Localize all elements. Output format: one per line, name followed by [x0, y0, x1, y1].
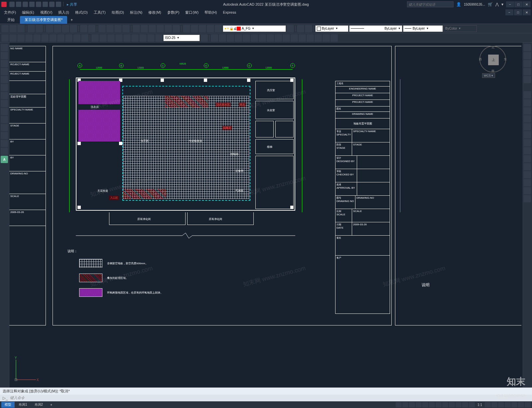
dim-radius-icon[interactable] [33, 34, 41, 42]
tab-add-button[interactable]: + [68, 16, 75, 24]
sb-osnap-icon[interactable] [429, 402, 435, 407]
dim-break-icon[interactable] [99, 34, 107, 42]
dim-angular-icon[interactable] [57, 34, 65, 42]
drawing-canvas[interactable]: NG NAME ROJECT-NAME ROJECT-NAME 花处理平面图 S… [9, 43, 523, 387]
lineweight-dropdown[interactable]: ByLayer▼ [403, 25, 443, 32]
mod-break-icon[interactable] [299, 34, 306, 42]
user-icon[interactable]: 👤 [456, 2, 461, 7]
cut-icon[interactable] [46, 25, 53, 32]
dim-update-icon[interactable] [155, 34, 163, 42]
mod-stretch2-icon[interactable] [524, 155, 531, 162]
nav-zoom-icon[interactable] [524, 60, 531, 67]
menu-file[interactable]: 文件(F) [1, 9, 19, 16]
mod-extend-icon[interactable] [291, 34, 298, 42]
mod-rotate-icon[interactable] [259, 34, 266, 42]
sheet-set-icon[interactable] [157, 25, 164, 32]
layer-freeze-icon[interactable] [207, 25, 214, 32]
tool-palette-icon[interactable] [149, 25, 156, 32]
sb-polar-icon[interactable] [422, 402, 428, 407]
mod-explode2-icon[interactable] [524, 195, 531, 202]
doc-restore-button[interactable]: □ [514, 9, 522, 15]
pan-icon[interactable] [98, 25, 106, 32]
model-tab[interactable]: 模型 [1, 402, 15, 408]
region-icon[interactable] [1, 140, 8, 147]
dim-aligned-icon[interactable] [9, 34, 17, 42]
tolerance-icon[interactable] [107, 34, 115, 42]
paste-icon[interactable] [62, 25, 69, 32]
sb-dyn-icon[interactable] [449, 402, 455, 407]
text-a-icon[interactable]: A [1, 156, 8, 163]
mod-chamfer-icon[interactable] [315, 34, 322, 42]
match-icon[interactable] [70, 25, 77, 32]
menu-draw[interactable]: 绘图(D) [109, 9, 127, 16]
mod-mirror2-icon[interactable] [524, 107, 531, 114]
help-search-input[interactable] [407, 1, 454, 7]
maximize-button[interactable]: □ [514, 1, 522, 7]
nav-pan-icon[interactable] [524, 52, 531, 59]
dim-arc-icon[interactable] [17, 34, 25, 42]
menu-express[interactable]: Express [220, 10, 239, 15]
sb-clean-icon[interactable] [518, 402, 524, 407]
layer-lock-icon[interactable] [215, 25, 222, 32]
user-name[interactable]: 1505999135... [464, 3, 485, 6]
mtext-icon[interactable] [1, 148, 8, 155]
circle-icon[interactable] [1, 60, 8, 67]
mod-extend2-icon[interactable] [524, 171, 531, 178]
sb-3dosnap-icon[interactable] [436, 402, 442, 407]
sb-trans-icon[interactable] [462, 402, 468, 407]
rectangle-icon[interactable] [1, 76, 8, 83]
make-current-icon[interactable] [297, 25, 304, 32]
calc-icon[interactable] [173, 25, 180, 32]
menu-insert[interactable]: 插入(I) [56, 9, 71, 16]
sb-model-icon[interactable] [396, 402, 402, 407]
sb-iso-icon[interactable] [505, 402, 511, 407]
print-icon[interactable] [28, 25, 35, 32]
dim-jogged-icon[interactable] [41, 34, 49, 42]
sb-grid-icon[interactable] [402, 402, 408, 407]
layer-icon[interactable] [183, 25, 190, 32]
qat-saveas-icon[interactable] [29, 2, 35, 7]
menu-view[interactable]: 视图(V) [38, 9, 55, 16]
mod-copy-icon[interactable] [219, 34, 226, 42]
doc-close-button[interactable]: ✕ [523, 9, 531, 15]
text-icon[interactable] [1, 132, 8, 139]
doc-minimize-button[interactable]: − [505, 9, 513, 15]
qat-open-icon[interactable] [16, 2, 21, 7]
sb-ortho-icon[interactable] [416, 402, 422, 407]
undo-icon[interactable] [80, 25, 87, 32]
mod-trim2-icon[interactable] [524, 163, 531, 170]
dim-diameter-icon[interactable] [49, 34, 57, 42]
app-menu-icon[interactable]: ⋀ [495, 2, 499, 7]
wcs-dropdown[interactable]: WCS ▾ [482, 73, 495, 78]
sb-custom-icon[interactable] [525, 402, 531, 407]
linetype-dropdown[interactable]: ByLayer▼ [349, 25, 402, 32]
layout2-tab[interactable]: 布局2 [31, 402, 47, 408]
dim-space-icon[interactable] [91, 34, 99, 42]
layout-add[interactable]: + [47, 402, 56, 407]
mod-scale2-icon[interactable] [524, 147, 531, 154]
copy-icon[interactable] [54, 25, 61, 32]
layer-off-icon[interactable] [199, 25, 206, 32]
share-button[interactable]: ▸ 共享 [67, 2, 77, 7]
tab-document[interactable]: 某百级洁净室空调套图* [20, 16, 67, 24]
block-icon[interactable] [1, 116, 8, 123]
sb-snap-icon[interactable] [409, 402, 415, 407]
mod-rotate2-icon[interactable] [524, 139, 531, 146]
design-center-icon[interactable] [141, 25, 148, 32]
dim-baseline-icon[interactable] [73, 34, 80, 42]
mod-fillet-icon[interactable] [323, 34, 330, 42]
plotstyle-dropdown[interactable]: ByColor▼ [444, 25, 477, 32]
center-mark-icon[interactable] [115, 34, 123, 42]
mod-array2-icon[interactable] [524, 123, 531, 130]
markup-icon[interactable] [165, 25, 172, 32]
save-icon[interactable] [17, 25, 25, 32]
spline-icon[interactable] [1, 100, 8, 107]
inspect-icon[interactable] [123, 34, 131, 42]
menu-tools[interactable]: 工具(T) [91, 9, 108, 16]
view-cube[interactable]: 北 南 东 西 上 WCS ▾ [479, 46, 509, 76]
polyline-icon[interactable] [1, 52, 8, 59]
sb-otrack-icon[interactable] [442, 402, 448, 407]
zoom-window-icon[interactable] [114, 25, 122, 32]
mod-scale-icon[interactable] [267, 34, 274, 42]
mod-join-icon[interactable] [307, 34, 314, 42]
